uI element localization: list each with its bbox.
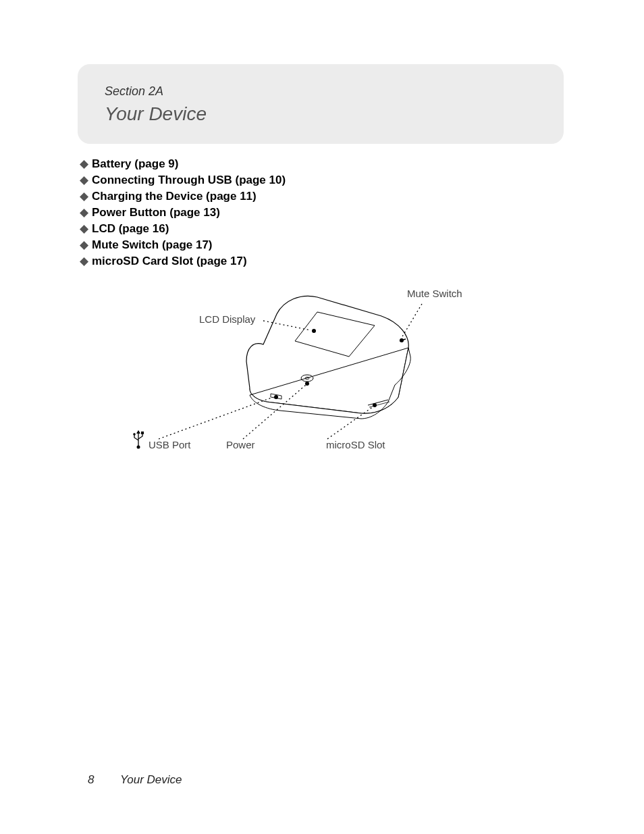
svg-point-4 (274, 395, 278, 399)
toc-item: ◆Charging the Device (page 11) (80, 190, 552, 202)
svg-line-9 (159, 397, 273, 439)
toc-item: ◆LCD (page 16) (80, 223, 552, 234)
bullet-icon: ◆ (80, 239, 92, 251)
table-of-contents: ◆Battery (page 9) ◆Connecting Through US… (80, 158, 552, 271)
usb-icon (133, 430, 144, 449)
toc-text: Battery (page 9) (92, 157, 178, 170)
toc-text: Mute Switch (page 17) (92, 238, 213, 251)
toc-item: ◆Power Button (page 13) (80, 207, 552, 218)
page-footer: 8 Your Device (88, 773, 182, 787)
toc-item: ◆microSD Card Slot (page 17) (80, 255, 552, 267)
toc-text: Connecting Through USB (page 10) (92, 174, 286, 186)
svg-point-6 (373, 403, 377, 407)
toc-item: ◆Connecting Through USB (page 10) (80, 174, 552, 186)
label-microsd-slot: microSD Slot (326, 439, 385, 450)
toc-text: LCD (page 16) (92, 222, 169, 235)
device-diagram: Mute Switch LCD Display USB Port Power m… (111, 284, 489, 473)
label-usb-port: USB Port (149, 439, 191, 450)
section-title: Your Device (105, 103, 207, 125)
label-mute-switch: Mute Switch (407, 288, 462, 299)
svg-marker-16 (136, 430, 140, 434)
bullet-icon: ◆ (80, 190, 92, 202)
footer-title: Your Device (120, 773, 182, 786)
toc-text: Charging the Device (page 11) (92, 190, 257, 203)
toc-text: microSD Card Slot (page 17) (92, 255, 247, 267)
svg-point-5 (305, 382, 309, 386)
svg-line-8 (402, 304, 422, 338)
svg-point-2 (312, 329, 316, 333)
section-header: Section 2A Your Device (78, 64, 564, 144)
toc-text: Power Button (page 13) (92, 206, 220, 219)
bullet-icon: ◆ (80, 174, 92, 186)
section-label: Section 2A (105, 84, 163, 99)
svg-point-14 (133, 433, 136, 436)
svg-rect-15 (141, 432, 144, 434)
page-number: 8 (88, 773, 94, 786)
bullet-icon: ◆ (80, 207, 92, 218)
bullet-icon: ◆ (80, 255, 92, 267)
label-power: Power (226, 439, 255, 450)
bullet-icon: ◆ (80, 158, 92, 170)
bullet-icon: ◆ (80, 223, 92, 234)
label-lcd-display: LCD Display (199, 313, 256, 325)
toc-item: ◆Mute Switch (page 17) (80, 239, 552, 251)
svg-point-3 (400, 338, 404, 342)
toc-item: ◆Battery (page 9) (80, 158, 552, 170)
